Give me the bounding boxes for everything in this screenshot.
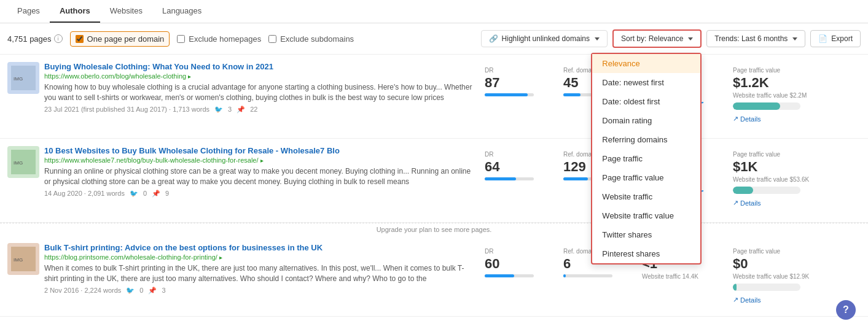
ptv-sub: Website traffic value $12.9K [733, 273, 853, 280]
dr-label: DR [485, 151, 544, 158]
result-content: 10 Best Websites to Buy Bulk Wholesale C… [44, 146, 472, 215]
dr-label: DR [485, 248, 544, 255]
stat-dr: DR 87 [477, 62, 551, 131]
ptv-sub: Website traffic value $2.2M [733, 92, 853, 99]
website-traffic: Website traffic 14.4K [642, 273, 713, 280]
ptv-sub: Website traffic value $53.6K [733, 176, 853, 183]
one-page-per-domain-checkbox[interactable]: One page per domain [70, 31, 170, 47]
ptv-label: Page traffic value [733, 248, 853, 255]
exclude-subdomains-checkbox[interactable]: Exclude subdomains [268, 34, 354, 44]
dr-bar-fill [485, 274, 514, 277]
upgrade-banner: Upgrade your plan to see more pages. [0, 223, 868, 236]
twitter-icon: 🐦 [130, 190, 138, 198]
page-count: 4,751 pages i [7, 34, 63, 44]
stat-dr: DR 60 [477, 243, 551, 309]
dropdown-item-page-traffic[interactable]: Page traffic [592, 149, 700, 168]
twitter-icon: 🐦 [126, 287, 135, 295]
ptv-chart-fill [733, 187, 753, 194]
tab-websites[interactable]: Websites [100, 0, 152, 23]
tab-pages[interactable]: Pages [7, 0, 50, 23]
tab-authors[interactable]: Authors [50, 0, 100, 23]
dropdown-item-twitter-shares[interactable]: Twitter shares [592, 225, 700, 244]
dr-value: 60 [485, 256, 544, 272]
pinterest-icon: 📌 [148, 287, 157, 295]
dr-value: 87 [485, 75, 544, 91]
external-link-icon: ▸ [188, 73, 191, 80]
dr-bar [485, 274, 534, 277]
thumbnail: IMG [7, 243, 39, 275]
result-meta: 2 Nov 2016 · 2,224 words 🐦 0 📌 3 [44, 287, 472, 295]
details-button[interactable]: ↗ Details [733, 115, 853, 123]
result-meta: 14 Aug 2020 · 2,091 words 🐦 0 📌 9 [44, 190, 472, 198]
ptv-label: Page traffic value [733, 151, 853, 158]
result-snippet: Running an online or physical clothing s… [44, 166, 472, 187]
trend-icon: ↗ [733, 296, 738, 304]
dr-bar [485, 177, 534, 180]
result-snippet: Knowing how to buy wholesale clothing is… [44, 82, 472, 103]
thumbnail: IMG [7, 146, 39, 178]
ptv-chart [733, 187, 800, 194]
result-url: https://www.wholesale7.net/blog/buy-bulk… [44, 156, 472, 164]
chevron-down-icon [792, 37, 797, 41]
dropdown-item-relevance[interactable]: Relevance [592, 54, 700, 73]
ptv-value: $0 [733, 256, 853, 272]
external-link-icon: ▸ [260, 157, 264, 164]
dr-label: DR [485, 67, 544, 74]
ptv-chart-fill [733, 284, 737, 291]
dropdown-item-date-oldest[interactable]: Date: oldest first [592, 92, 700, 111]
highlight-icon: 🔗 [489, 34, 498, 43]
export-icon: 📄 [818, 34, 827, 43]
table-row: IMG Buying Wholesale Clothing: What You … [0, 55, 868, 139]
ptv-chart-fill [733, 102, 780, 110]
result-title[interactable]: Buying Wholesale Clothing: What You Need… [44, 62, 472, 71]
ptv-value: $1K [733, 159, 853, 175]
ptv-chart [733, 284, 800, 291]
dropdown-item-website-traffic-value[interactable]: Website traffic value [592, 206, 700, 225]
dropdown-item-page-traffic-value[interactable]: Page traffic value [592, 168, 700, 187]
svg-text:IMG: IMG [14, 160, 23, 166]
dropdown-item-website-traffic[interactable]: Website traffic [592, 187, 700, 206]
details-button[interactable]: ↗ Details [733, 296, 853, 304]
ptv-chart [733, 102, 800, 110]
result-title[interactable]: Bulk T-shirt printing: Advice on the bes… [44, 243, 472, 252]
ref-bar [563, 274, 612, 277]
dropdown-item-domain-rating[interactable]: Domain rating [592, 111, 700, 130]
details-button[interactable]: ↗ Details [733, 199, 853, 207]
info-icon: i [54, 34, 63, 43]
thumbnail: IMG [7, 62, 39, 94]
chevron-down-icon [595, 37, 600, 41]
dr-bar-fill [485, 93, 528, 96]
ptv-value: $1.2K [733, 75, 853, 91]
exclude-homepages-checkbox[interactable]: Exclude homepages [177, 34, 261, 44]
result-title[interactable]: 10 Best Websites to Buy Bulk Wholesale C… [44, 146, 472, 155]
sort-container: Sort by: Relevance Relevance Date: newes… [612, 29, 702, 48]
trend-icon: ↗ [733, 199, 738, 207]
result-snippet: When it comes to bulk T-shirt printing i… [44, 263, 472, 284]
dropdown-item-date-newest[interactable]: Date: newest first [592, 73, 700, 92]
chevron-down-icon [688, 37, 693, 41]
toolbar: 4,751 pages i One page per domain Exclud… [0, 23, 868, 55]
tab-languages[interactable]: Languages [152, 0, 211, 23]
sort-button[interactable]: Sort by: Relevance [612, 29, 702, 48]
result-content: Bulk T-shirt printing: Advice on the bes… [44, 243, 472, 309]
ref-bar-fill [563, 177, 588, 180]
ref-bar-fill [563, 274, 566, 277]
result-content: Buying Wholesale Clothing: What You Need… [44, 62, 472, 131]
result-meta: 23 Jul 2021 (first published 31 Aug 2017… [44, 106, 472, 114]
result-url: https://www.oberlo.com/blog/wholesale-cl… [44, 72, 472, 80]
help-button[interactable]: ? [836, 300, 856, 317]
result-right-panel: Page traffic value $1K Website traffic v… [725, 146, 861, 215]
export-button[interactable]: 📄 Export [810, 30, 861, 47]
results-list: IMG Buying Wholesale Clothing: What You … [0, 55, 868, 317]
svg-text:IMG: IMG [14, 76, 23, 82]
ref-bar-fill [563, 93, 581, 96]
dropdown-item-referring-domains[interactable]: Referring domains [592, 130, 700, 149]
result-url: https://blog.printsome.com/wholesale-clo… [44, 253, 472, 261]
dr-bar [485, 93, 534, 96]
dropdown-item-pinterest-shares[interactable]: Pinterest shares [592, 244, 700, 263]
highlight-button[interactable]: 🔗 Highlight unlinked domains [481, 30, 608, 47]
table-row: IMG Bulk T-shirt printing: Advice on the… [0, 236, 868, 317]
table-row: IMG 10 Best Websites to Buy Bulk Wholesa… [0, 139, 868, 223]
svg-text:IMG: IMG [14, 257, 23, 263]
trends-button[interactable]: Trends: Last 6 months [706, 30, 805, 47]
